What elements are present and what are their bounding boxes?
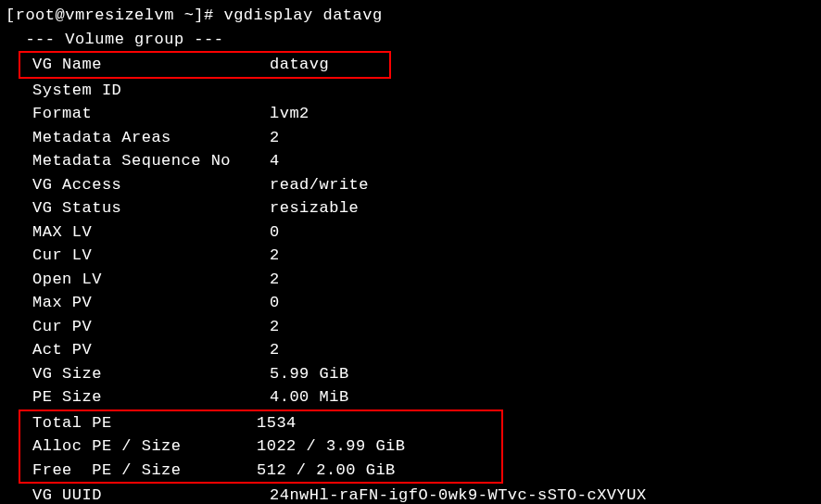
- label-metadata-seq-no: Metadata Sequence No: [32, 149, 270, 173]
- row-vg-status: VG Statusresizable: [6, 196, 815, 220]
- label-act-pv: Act PV: [32, 338, 270, 362]
- label-vg-size: VG Size: [32, 362, 270, 386]
- label-total-pe: Total PE: [32, 411, 257, 435]
- command-prompt: [root@vmresizelvm ~]# vgdisplay datavg: [6, 4, 815, 28]
- highlight-pe-info: Total PE1534 Alloc PE / Size1022 / 3.99 …: [19, 410, 503, 485]
- value-vg-uuid: 24nwHl-raFN-igfO-0wk9-WTvc-sSTO-cXVYUX: [270, 484, 647, 504]
- row-metadata-seq-no: Metadata Sequence No4: [6, 149, 815, 173]
- row-metadata-areas: Metadata Areas2: [6, 126, 815, 150]
- value-free-pe: 512 / 2.00 GiB: [257, 459, 396, 483]
- label-vg-uuid: VG UUID: [32, 484, 270, 504]
- value-total-pe: 1534: [257, 411, 297, 435]
- row-format: Formatlvm2: [6, 102, 815, 126]
- value-alloc-pe: 1022 / 3.99 GiB: [257, 435, 406, 459]
- value-pe-size: 4.00 MiB: [270, 385, 349, 410]
- label-vg-access: VG Access: [32, 173, 270, 197]
- prompt-command: vgdisplay datavg: [223, 6, 382, 24]
- value-vg-access: read/write: [270, 173, 369, 197]
- row-vg-name: VG Namedatavg: [32, 53, 389, 77]
- value-metadata-areas: 2: [270, 126, 280, 150]
- row-max-lv: MAX LV0: [6, 220, 815, 245]
- value-cur-pv: 2: [270, 315, 280, 339]
- value-format: lvm2: [270, 102, 309, 126]
- row-vg-uuid: VG UUID24nwHl-raFN-igfO-0wk9-WTvc-sSTO-c…: [6, 484, 815, 504]
- value-max-pv: 0: [270, 291, 280, 315]
- value-vg-status: resizable: [270, 196, 359, 220]
- label-vg-status: VG Status: [32, 196, 270, 220]
- label-free-pe: Free PE / Size: [32, 459, 257, 483]
- label-system-id: System ID: [32, 79, 270, 103]
- row-max-pv: Max PV0: [6, 291, 815, 315]
- row-cur-pv: Cur PV2: [6, 315, 815, 339]
- value-metadata-seq-no: 4: [270, 149, 280, 173]
- value-cur-lv: 2: [270, 244, 280, 268]
- row-vg-size: VG Size5.99 GiB: [6, 362, 815, 386]
- label-cur-lv: Cur LV: [32, 244, 270, 268]
- row-cur-lv: Cur LV2: [6, 244, 815, 268]
- label-cur-pv: Cur PV: [32, 315, 270, 339]
- label-format: Format: [32, 102, 270, 126]
- row-free-pe: Free PE / Size512 / 2.00 GiB: [32, 459, 501, 483]
- row-pe-size: PE Size4.00 MiB: [6, 385, 815, 410]
- label-max-lv: MAX LV: [32, 220, 270, 245]
- section-header: --- Volume group ---: [6, 28, 815, 52]
- label-pe-size: PE Size: [32, 385, 270, 410]
- row-system-id: System ID: [6, 79, 815, 103]
- label-max-pv: Max PV: [32, 291, 270, 315]
- label-metadata-areas: Metadata Areas: [32, 126, 270, 150]
- value-vg-name: datavg: [270, 53, 329, 77]
- label-alloc-pe: Alloc PE / Size: [32, 435, 257, 459]
- label-open-lv: Open LV: [32, 268, 270, 292]
- row-act-pv: Act PV2: [6, 338, 815, 362]
- value-act-pv: 2: [270, 338, 280, 362]
- label-vg-name: VG Name: [32, 53, 270, 77]
- value-vg-size: 5.99 GiB: [270, 362, 349, 386]
- row-total-pe: Total PE1534: [32, 411, 501, 435]
- prompt-user-host: [root@vmresizelvm ~]#: [6, 6, 214, 24]
- row-alloc-pe: Alloc PE / Size1022 / 3.99 GiB: [32, 435, 501, 459]
- row-vg-access: VG Accessread/write: [6, 173, 815, 197]
- highlight-vg-name: VG Namedatavg: [19, 51, 391, 79]
- value-open-lv: 2: [270, 268, 280, 292]
- row-open-lv: Open LV2: [6, 268, 815, 292]
- value-max-lv: 0: [270, 220, 280, 245]
